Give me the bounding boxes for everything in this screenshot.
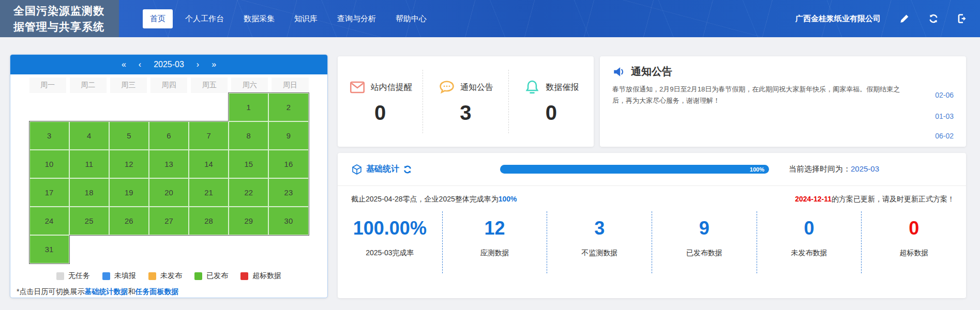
- prev-month-button[interactable]: ‹: [139, 60, 141, 69]
- calendar-day-cell[interactable]: 17: [29, 178, 69, 207]
- weekday-label: 周一: [29, 78, 66, 93]
- calendar-day-cell[interactable]: 11: [69, 150, 109, 178]
- calendar-day-cell[interactable]: [189, 235, 229, 264]
- calendar-day-cell[interactable]: [149, 235, 189, 264]
- notice-list-item[interactable]: 06-02: [612, 126, 954, 146]
- stat-label: 不监测数据: [547, 249, 652, 258]
- selected-time-value[interactable]: 2025-03: [851, 164, 879, 173]
- calendar-day-cell[interactable]: [149, 93, 189, 121]
- weekday-label: 周二: [70, 78, 107, 93]
- stats-summary-row: 截止2025-04-28零点，企业2025整体完成率为100% 2024-12-…: [338, 186, 966, 204]
- nav-item[interactable]: 数据采集: [236, 9, 282, 28]
- footnote-prefix: *点击日历可切换展示: [17, 287, 84, 296]
- stat-value: 100.00%: [338, 218, 442, 239]
- calendar-day-cell[interactable]: 10: [29, 150, 69, 178]
- calendar-day-cell[interactable]: 27: [149, 207, 189, 235]
- calendar-day-cell[interactable]: 16: [268, 150, 308, 178]
- calendar-day-cell[interactable]: 29: [229, 207, 268, 235]
- calendar-day-cell[interactable]: 19: [109, 178, 149, 207]
- calendar-day-cell[interactable]: 31: [29, 235, 69, 264]
- calendar-day-cell[interactable]: [229, 235, 268, 264]
- stat-value: 3: [547, 218, 652, 239]
- calendar-day-cell[interactable]: 25: [69, 207, 109, 235]
- notice-counter-label: 通知公告: [460, 82, 493, 93]
- nav-item[interactable]: 个人工作台: [178, 9, 231, 28]
- calendar-day-cell[interactable]: [69, 93, 109, 121]
- calendar-day-cell[interactable]: [109, 93, 149, 121]
- logout-icon[interactable]: [957, 13, 968, 24]
- calendar-day-cell[interactable]: 15: [229, 150, 268, 178]
- calendar-day-cell[interactable]: 13: [149, 150, 189, 178]
- legend-color-swatch: [240, 272, 248, 280]
- inbox-counter[interactable]: 站内信提醒 0: [338, 70, 423, 133]
- calendar-day-cell[interactable]: 9: [268, 121, 308, 150]
- completion-summary-percent: 100%: [499, 195, 517, 203]
- calendar-grid: 1 2 3 4 5 6 7 8 9 10 11 12: [29, 93, 309, 264]
- selected-time-label: 当前选择时间为：: [789, 164, 851, 173]
- calendar-day-cell[interactable]: 28: [189, 207, 229, 235]
- legend-item: 未发布: [148, 271, 182, 281]
- counters-card: 站内信提醒 0 通知公告 3 数据催报: [338, 56, 594, 147]
- inbox-counter-value: 0: [374, 101, 386, 125]
- calendar-day-cell[interactable]: 12: [109, 150, 149, 178]
- calendar-day-cell[interactable]: 20: [149, 178, 189, 207]
- completion-summary: 截止2025-04-28零点，企业2025整体完成率为100%: [351, 195, 517, 204]
- prev-year-button[interactable]: «: [122, 60, 126, 69]
- refresh-icon[interactable]: [928, 13, 939, 24]
- stats-refresh-icon[interactable]: [403, 165, 412, 174]
- footnote-conjunction: 和: [128, 287, 135, 296]
- calendar-day-cell[interactable]: 26: [109, 207, 149, 235]
- legend-item: 已发布: [194, 271, 228, 281]
- nav-item[interactable]: 查询与分析: [330, 9, 383, 28]
- calendar-day-cell[interactable]: 8: [229, 121, 268, 150]
- stat-item: 100.00% 2025-03完成率: [338, 211, 443, 273]
- calendar-day-cell[interactable]: [109, 235, 149, 264]
- basic-stats-link[interactable]: 基础统计数据: [84, 287, 128, 296]
- plan-update-alert: 2024-12-11的方案已更新，请及时更新正式方案！: [795, 195, 955, 204]
- nav-item[interactable]: 首页: [143, 9, 173, 28]
- notice-counter[interactable]: 通知公告 3: [423, 70, 508, 133]
- stat-value: 0: [757, 218, 862, 239]
- calendar-day-cell[interactable]: [189, 93, 229, 121]
- calendar-header: « ‹ 2025-03 › »: [10, 55, 327, 74]
- next-year-button[interactable]: »: [212, 60, 216, 69]
- app-logo: 全国污染源监测数 据管理与共享系统: [0, 0, 119, 37]
- weekday-label: 周日: [272, 78, 308, 93]
- calendar-day-cell[interactable]: 22: [229, 178, 268, 207]
- weekday-label: 周五: [191, 78, 228, 93]
- calendar-day-cell[interactable]: 2: [268, 93, 308, 121]
- calendar-day-cell[interactable]: [268, 235, 308, 264]
- calendar-day-cell[interactable]: 3: [29, 121, 69, 150]
- nav-item[interactable]: 帮助中心: [388, 9, 434, 28]
- calendar-day-cell[interactable]: 30: [268, 207, 308, 235]
- calendar-day-cell[interactable]: 18: [69, 178, 109, 207]
- calendar-day-cell[interactable]: 1: [229, 93, 268, 121]
- calendar-day-cell[interactable]: 24: [29, 207, 69, 235]
- calendar-day-cell[interactable]: 14: [189, 150, 229, 178]
- nav-item[interactable]: 知识库: [287, 9, 325, 28]
- notice-list-item[interactable]: 春节放假通知，2月9日至2月18日为春节假期，在此期间祝大家新年快乐，阖家幸福。…: [612, 84, 954, 106]
- calendar-day-cell[interactable]: 5: [109, 121, 149, 150]
- notice-panel-title: 通知公告: [631, 65, 672, 79]
- calendar-day-cell[interactable]: [29, 93, 69, 121]
- calendar-day-cell[interactable]: [69, 235, 109, 264]
- task-panel-link[interactable]: 任务面板数据: [135, 287, 178, 296]
- stat-value: 12: [443, 218, 547, 239]
- next-month-button[interactable]: ›: [197, 60, 199, 69]
- calendar-day-cell[interactable]: 7: [189, 121, 229, 150]
- calendar-day-cell[interactable]: 23: [268, 178, 308, 207]
- calendar-day-cell[interactable]: 21: [189, 178, 229, 207]
- urge-counter-label: 数据催报: [546, 82, 579, 93]
- calendar-panel: « ‹ 2025-03 › » 周一 周二 周三 周四 周五 周六 周日: [10, 54, 328, 298]
- urge-counter-value: 0: [546, 101, 557, 125]
- legend-label: 无任务: [68, 271, 90, 281]
- notice-list-item[interactable]: 01-03: [612, 106, 954, 126]
- calendar-day-cell[interactable]: 4: [69, 121, 109, 150]
- calendar-day-cell[interactable]: 6: [149, 121, 189, 150]
- edit-pencil-icon[interactable]: [899, 13, 910, 24]
- stat-label: 未发布数据: [757, 249, 862, 258]
- urge-counter[interactable]: 数据催报 0: [508, 70, 594, 133]
- stat-label: 超标数据: [862, 249, 966, 258]
- notice-date: 02-06: [935, 91, 954, 99]
- weekday-label: 周四: [150, 78, 187, 93]
